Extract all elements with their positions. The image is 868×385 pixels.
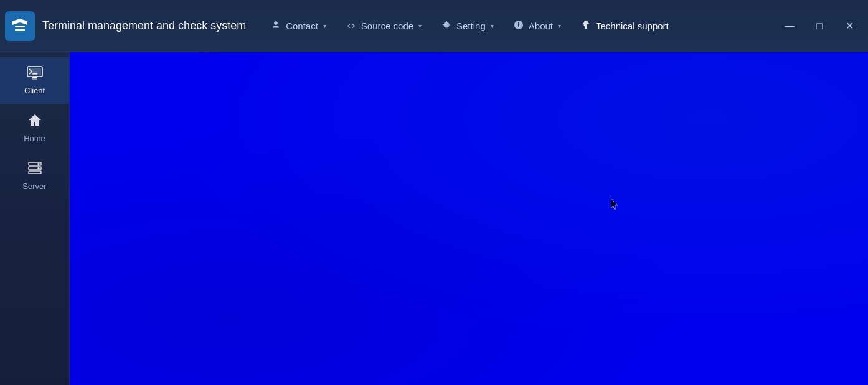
- sidebar-item-home[interactable]: Home: [0, 104, 69, 152]
- setting-chevron: ▾: [491, 22, 494, 29]
- source-code-chevron: ▾: [418, 22, 422, 29]
- window-controls: — □ ✕: [776, 12, 863, 40]
- titlebar: Terminal management and check system Con…: [0, 0, 868, 52]
- contact-chevron: ▾: [323, 22, 326, 29]
- close-button[interactable]: ✕: [836, 12, 863, 40]
- minimize-button[interactable]: —: [776, 12, 803, 40]
- sidebar: Client Home Server: [0, 52, 70, 385]
- svg-point-9: [38, 168, 39, 169]
- about-icon: [514, 20, 524, 32]
- technical-support-label: Technical support: [596, 21, 669, 31]
- nav-item-technical-support[interactable]: Technical support: [571, 15, 679, 37]
- sidebar-item-client[interactable]: Client: [0, 57, 69, 104]
- about-chevron: ▾: [558, 22, 561, 29]
- svg-rect-1: [15, 29, 25, 31]
- svg-rect-0: [15, 26, 25, 27]
- sidebar-item-server[interactable]: Server: [0, 152, 69, 200]
- server-label: Server: [22, 182, 46, 191]
- client-icon: [27, 66, 43, 82]
- logo-icon: [10, 16, 30, 36]
- nav-item-about[interactable]: About ▾: [504, 15, 571, 37]
- nav-item-setting[interactable]: Setting ▾: [432, 15, 504, 37]
- about-label: About: [529, 21, 553, 31]
- home-label: Home: [24, 134, 45, 143]
- content-area[interactable]: [70, 52, 868, 385]
- maximize-button[interactable]: □: [806, 12, 833, 40]
- client-label: Client: [24, 86, 45, 95]
- setting-icon: [441, 20, 451, 32]
- server-icon: [27, 160, 42, 178]
- home-icon: [27, 113, 42, 130]
- app-title: Terminal management and check system: [42, 19, 246, 32]
- source-code-label: Source code: [361, 21, 413, 31]
- nav-item-contact[interactable]: Contact ▾: [261, 15, 336, 37]
- nav-menu: Contact ▾ Source code ▾ Setting ▾: [261, 15, 776, 37]
- svg-point-8: [38, 164, 39, 165]
- contact-label: Contact: [286, 21, 318, 31]
- app-logo: [5, 11, 35, 41]
- setting-label: Setting: [456, 21, 486, 31]
- cursor: [611, 198, 618, 210]
- svg-rect-4: [32, 73, 37, 75]
- technical-support-icon: [581, 20, 591, 32]
- nav-item-source-code[interactable]: Source code ▾: [336, 15, 432, 37]
- contact-icon: [271, 20, 281, 32]
- source-code-icon: [346, 20, 356, 32]
- svg-rect-7: [29, 171, 41, 174]
- main-content: Client Home Server: [0, 52, 868, 385]
